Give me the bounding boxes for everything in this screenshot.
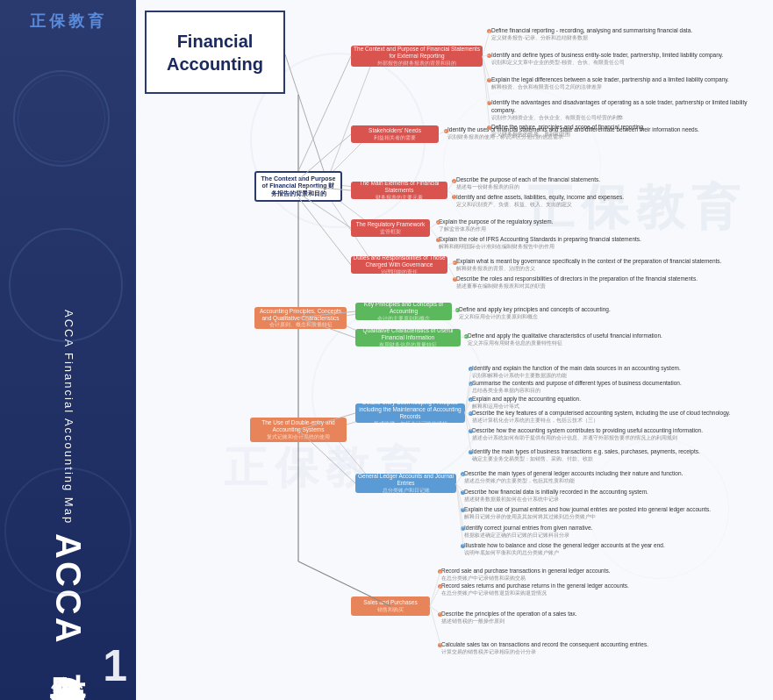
svg-line-35	[430, 571, 440, 606]
leaf-record-sales: Record sale and purchase transactions in…	[441, 567, 611, 582]
leaf-identify-entity-text: Identify and define types of business en…	[491, 51, 723, 59]
node-context-external-label: The Context and Purpose of Financial Sta…	[351, 45, 483, 67]
leaf-journal-use: Explain the use of journal entries and h…	[464, 505, 711, 521]
dot-20	[469, 450, 473, 454]
dot-11	[453, 261, 457, 265]
left-sidebar: 正保教育 ACCA Financial Accounting Map ACCA财…	[0, 0, 136, 700]
dot-23	[461, 508, 465, 512]
leaf-identify-define-text: Identify and define assets, liabilities,…	[456, 193, 624, 201]
svg-line-0	[285, 54, 329, 187]
leaf-journal-use-text: Explain the use of journal entries and h…	[464, 505, 711, 513]
circle-watermark-2	[18, 75, 105, 162]
node-regulatory-label: The Regulatory Framework监管框架	[356, 221, 426, 235]
title-text: Financial Accounting	[167, 30, 263, 75]
leaf-business-doc-cn: 总结各类业务单据内容和目的	[472, 387, 682, 395]
main-content: 正保教育 正保教育 Financial Accounting	[136, 0, 773, 700]
leaf-identify-define-cn: 定义和识别资产、负债、权益、收入、支出的定义	[456, 201, 624, 209]
node-stakeholders-label: Stakeholders' Needs利益相关者的需要	[369, 127, 421, 141]
svg-line-14	[483, 56, 490, 127]
dot-13	[455, 308, 460, 312]
leaf-calculate-tax-cn: 计算交易的销售税并记录相应的会计分录	[441, 648, 648, 656]
node-context-external: The Context and Purpose of Financial Sta…	[351, 46, 483, 67]
leaf-advantages-cn: 识别作为独资企业、合伙企业、有限责任公司经营的利弊	[491, 114, 755, 122]
leaf-identify-entity: Identify and define types of business en…	[491, 51, 723, 67]
leaf-financial-data-cn: 描述财务数据最初如何在会计系统中记录	[464, 496, 648, 504]
leaf-accounting-system-cn: 描述会计系统如何有助于提供有用的会计信息、并遵守外部报告要求的情况上的利用规则	[472, 434, 703, 442]
leaf-legal-diff: Explain the legal differences between a …	[491, 75, 729, 91]
dot-25	[461, 544, 465, 548]
leaf-describe-purpose: Describe the purpose of each of the fina…	[456, 175, 600, 191]
leaf-identify-define: Identify and define assets, liabilities,…	[456, 193, 624, 209]
leaf-directors-cn: 描述董事在编制财务报表和对其的职责	[456, 282, 698, 290]
leaf-transaction-types: Identify the main types of business tran…	[472, 447, 700, 463]
node-key-principles: Key Principles and Concepts of Accountin…	[355, 303, 452, 320]
leaf-qualitative-text: Define and apply the qualitative charact…	[468, 332, 662, 339]
leaf-computerised: Describe the key features of a computeri…	[472, 409, 730, 425]
dot-6	[444, 129, 448, 133]
dot-10	[436, 238, 440, 242]
leaf-balance-close-text: Illustrate how to balance and close the …	[464, 541, 665, 549]
leaf-data-sources-text: Identify and explain the function of the…	[472, 364, 681, 372]
leaf-key-principles-cn: 定义和应用会计的主要原则和概念	[459, 313, 611, 321]
dot-28	[438, 612, 442, 617]
leaf-define-financial-text: Define financial reporting - recording, …	[491, 26, 692, 34]
node-general-ledger: General Ledger Accounts and Journal Entr…	[355, 474, 456, 493]
leaf-financial-data-text: Describe how financial data is initially…	[464, 488, 648, 496]
dot-5	[487, 125, 491, 130]
circle-watermark-4	[4, 468, 132, 595]
dot-22	[461, 490, 465, 495]
leaf-governance: Explain what is meant by governance spec…	[456, 257, 721, 273]
leaf-governance-cn: 解释财务报表的背景、治理的含义	[456, 265, 721, 273]
svg-line-32	[456, 483, 463, 510]
leaf-computerised-cn: 描述计算机化会计系统的主要特点，包括云技术（三）	[472, 417, 730, 425]
leaf-record-returns-text: Record sales returns and purchase return…	[441, 582, 629, 589]
root-node: The Context and Purpose of Financial Rep…	[254, 171, 342, 202]
svg-line-24	[465, 368, 471, 413]
node-regulatory: The Regulatory Framework监管框架	[351, 219, 430, 237]
leaf-transaction-types-text: Identify the main types of business tran…	[472, 447, 700, 455]
leaf-calculate-tax: Calculate sales tax on transactions and …	[441, 640, 648, 656]
dot-14	[464, 334, 469, 339]
node-stakeholders: Stakeholders' Needs利益相关者的需要	[351, 125, 439, 143]
title-line1: Financial	[177, 32, 254, 51]
node-bookkeeping: Double-entry Book-keeping Principles inc…	[355, 404, 465, 423]
leaf-sales-tax-text: Describe the principles of the operation…	[441, 610, 577, 618]
leaf-ledger-types: Describe the main types of general ledge…	[464, 469, 683, 485]
leaf-stakeholders: Identify the uses of financial statement…	[447, 125, 699, 141]
dot-29	[438, 643, 442, 647]
leaf-qualitative: Define and apply the qualitative charact…	[468, 332, 662, 347]
leaf-describe-purpose-text: Describe the purpose of each of the fina…	[456, 175, 600, 183]
svg-line-44	[298, 56, 351, 171]
leaf-legal-diff-cn: 解释独资、合伙和有限责任公司之间的法律差异	[491, 83, 729, 91]
node-accounting-principles: Accounting Principles, Concepts and Qual…	[254, 307, 347, 329]
leaf-regulatory-purpose: Explain the purpose of the regulatory sy…	[439, 218, 553, 233]
leaf-accounting-system: Describe how the accounting system contr…	[472, 426, 703, 442]
leaf-accounting-equation-text: Explain and apply the accounting equatio…	[472, 395, 581, 403]
leaf-qualitative-cn: 定义并应用有用财务信息的质量特性特征	[468, 339, 662, 347]
svg-line-1	[329, 60, 373, 175]
node-duties-label: Duties and Responsibilities of Those Cha…	[351, 254, 447, 275]
leaf-legal-diff-text: Explain the legal differences between a …	[491, 75, 729, 83]
dot-26	[438, 569, 442, 574]
leaf-sales-tax-cn: 描述销售税的一般操作原则	[441, 618, 577, 625]
root-label: The Context and Purpose of Financial Rep…	[260, 175, 337, 197]
leaf-accounting-system-text: Describe how the accounting system contr…	[472, 426, 703, 434]
leaf-define-financial-cn: 定义财务报告-记录、分析和总结财务数据	[491, 34, 692, 42]
leaf-correct-journal: Identify correct journal entries from gi…	[464, 524, 592, 539]
dot-4	[487, 101, 491, 105]
dot-2	[487, 54, 491, 58]
dot-18	[469, 411, 473, 416]
leaf-data-sources: Identify and explain the function of the…	[472, 364, 681, 380]
sidebar-number: 1	[103, 640, 127, 691]
dot-17	[469, 397, 473, 402]
dot-8	[452, 195, 456, 199]
node-sales-purchases-label: Sales and Purchases销售和购买	[361, 598, 419, 614]
leaf-journal-use-cn: 解释日记账分录的使用及其如何将其过账到总分类账户中	[464, 513, 711, 521]
leaf-directors-text: Describe the roles and responsibilities …	[456, 275, 698, 282]
leaf-directors: Describe the roles and responsibilities …	[456, 275, 698, 290]
dot-19	[469, 429, 473, 433]
svg-line-10	[483, 31, 490, 56]
node-double-entry-label: The Use of Double-entry and Accounting S…	[250, 418, 347, 440]
leaf-ledger-types-cn: 描述总分类账户的主要类型，包括其性质和功能	[464, 477, 683, 485]
node-general-ledger-label: General Ledger Accounts and Journal Entr…	[355, 472, 456, 494]
